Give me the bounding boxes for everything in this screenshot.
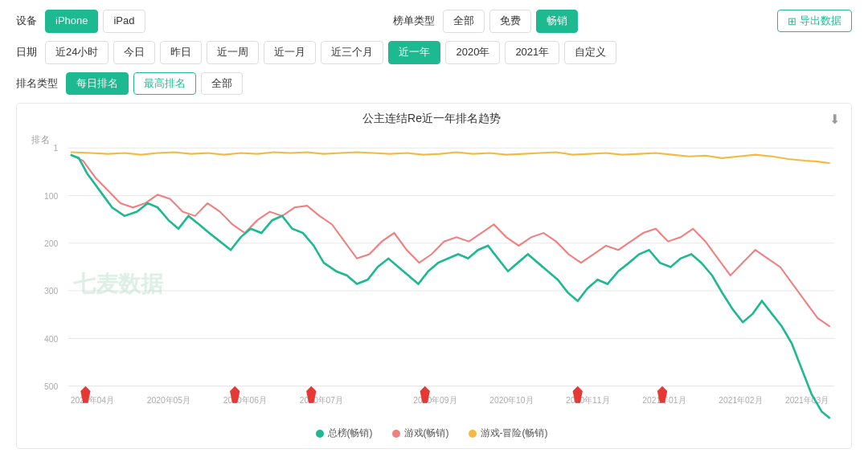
chart-area: 七麦数据 排名 1 100 200 300 400 500 2020年04月 2… xyxy=(25,131,838,420)
chart-container: 公主连结Re近一年排名趋势 ⬇ 七麦数据 排名 1 100 200 300 40… xyxy=(16,103,852,449)
chart-svg: 排名 1 100 200 300 400 500 2020年04月 2020年0… xyxy=(25,131,838,420)
legend-item-total: 总榜(畅销) xyxy=(316,426,373,440)
device-btn-group: iPhone iPad xyxy=(45,10,380,33)
rank-type-label2: 排名类型 xyxy=(16,76,58,91)
btn-year[interactable]: 近一年 xyxy=(388,41,440,64)
btn-yesterday[interactable]: 昨日 xyxy=(160,41,202,64)
svg-text:2020年11月: 2020年11月 xyxy=(566,396,609,405)
svg-text:400: 400 xyxy=(44,335,58,344)
btn-2021[interactable]: 2021年 xyxy=(505,41,559,64)
legend-dot-total xyxy=(316,430,324,438)
device-label: 设备 xyxy=(16,14,37,28)
legend-label-adventure: 游戏-冒险(畅销) xyxy=(481,426,548,440)
legend-label-total: 总榜(畅销) xyxy=(328,426,373,440)
legend-dot-game xyxy=(392,430,400,438)
svg-text:2020年05月: 2020年05月 xyxy=(147,396,190,405)
svg-text:2020年10月: 2020年10月 xyxy=(489,396,533,405)
rank-type-btn-group2: 每日排名 最高排名 全部 xyxy=(66,72,852,96)
svg-text:1: 1 xyxy=(54,145,59,153)
btn-paid[interactable]: 畅销 xyxy=(536,10,578,33)
btn-3months[interactable]: 近三个月 xyxy=(321,41,383,64)
svg-text:2020年09月: 2020年09月 xyxy=(413,396,457,405)
btn-custom[interactable]: 自定义 xyxy=(564,41,616,64)
btn-ipad[interactable]: iPad xyxy=(103,10,145,33)
btn-iphone[interactable]: iPhone xyxy=(45,10,98,33)
legend-dot-adventure xyxy=(469,430,477,438)
svg-text:2021年02月: 2021年02月 xyxy=(719,396,762,405)
date-label: 日期 xyxy=(16,45,37,59)
btn-today[interactable]: 今日 xyxy=(113,41,155,64)
export-icon: ⊞ xyxy=(788,15,796,27)
rank-type-label: 榜单类型 xyxy=(393,14,435,28)
btn-all2[interactable]: 全部 xyxy=(201,72,243,96)
btn-month[interactable]: 近一月 xyxy=(264,41,316,64)
svg-text:500: 500 xyxy=(44,382,58,391)
btn-free[interactable]: 免费 xyxy=(489,10,531,33)
rank-type-btn-group: 全部 免费 畅销 xyxy=(443,10,778,33)
btn-24h[interactable]: 近24小时 xyxy=(45,41,108,64)
svg-text:200: 200 xyxy=(44,239,58,248)
chart-title: 公主连结Re近一年排名趋势 xyxy=(25,112,838,126)
btn-highest[interactable]: 最高排名 xyxy=(133,72,196,96)
chart-legend: 总榜(畅销) 游戏(畅销) 游戏-冒险(畅销) xyxy=(25,426,838,440)
svg-text:排名: 排名 xyxy=(31,135,51,145)
svg-text:2021年03月: 2021年03月 xyxy=(785,396,829,405)
legend-item-adventure: 游戏-冒险(畅销) xyxy=(469,426,548,440)
btn-all[interactable]: 全部 xyxy=(443,10,485,33)
svg-text:2020年07月: 2020年07月 xyxy=(300,396,343,405)
btn-week[interactable]: 近一周 xyxy=(207,41,259,64)
svg-text:300: 300 xyxy=(44,288,58,296)
svg-text:2020年04月: 2020年04月 xyxy=(71,396,114,405)
svg-text:100: 100 xyxy=(44,192,58,201)
date-btn-group: 近24小时 今日 昨日 近一周 近一月 近三个月 近一年 2020年 2021年… xyxy=(45,41,852,64)
export-label: 导出数据 xyxy=(800,14,841,28)
svg-text:2020年06月: 2020年06月 xyxy=(223,396,267,405)
btn-2020[interactable]: 2020年 xyxy=(445,41,500,64)
legend-label-game: 游戏(畅销) xyxy=(404,426,449,440)
btn-daily[interactable]: 每日排名 xyxy=(66,72,129,96)
download-icon[interactable]: ⬇ xyxy=(829,112,840,127)
legend-item-game: 游戏(畅销) xyxy=(392,426,449,440)
export-button[interactable]: ⊞ 导出数据 xyxy=(777,10,852,32)
